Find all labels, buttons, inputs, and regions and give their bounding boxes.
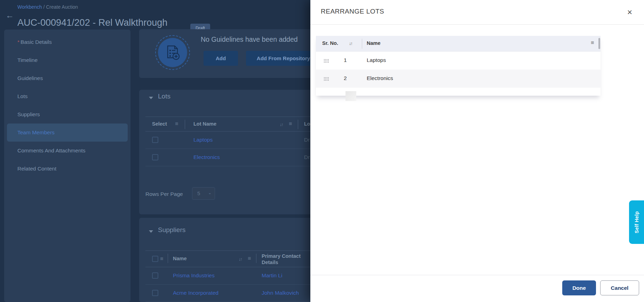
page-title: AUC-000941/202 - Rel Walkthrough: [17, 17, 167, 28]
supplier-contact-link[interactable]: John Malkovich: [262, 290, 299, 296]
breadcrumb: Workbench / Create Auction: [17, 4, 78, 10]
row-sr-number: 1: [344, 57, 347, 63]
rows-per-page-value: 5: [197, 190, 200, 196]
column-divider: [298, 120, 298, 129]
rows-per-page-select[interactable]: 5 ⌄: [192, 187, 215, 200]
rows-per-page-label: Rows Per Page: [145, 191, 183, 197]
modal-title: REARRANGE LOTS: [321, 8, 384, 15]
lot-name-link[interactable]: Laptops: [193, 137, 213, 143]
sr-no-sort-icon[interactable]: ↓↑: [349, 41, 352, 46]
row-lot-name: Laptops: [367, 57, 386, 63]
cancel-button[interactable]: Cancel: [600, 280, 639, 295]
suppliers-section-title: Suppliers: [158, 226, 185, 234]
self-help-tab[interactable]: Self Help: [629, 200, 644, 244]
column-divider: [185, 120, 185, 129]
row-checkbox[interactable]: [152, 272, 158, 279]
close-icon[interactable]: ✕: [625, 7, 635, 17]
sidebar-item-related-content[interactable]: Related Content: [4, 160, 130, 178]
no-guidelines-message: No Guidelines have been added: [201, 35, 298, 43]
sidebar-item-team-members[interactable]: Team Members: [7, 124, 128, 142]
row-sr-number: 2: [344, 75, 347, 81]
rearrange-row[interactable]: 2 Electronics: [316, 70, 601, 88]
breadcrumb-current: Create Auction: [46, 4, 78, 10]
table-menu-icon[interactable]: ≡: [591, 40, 594, 46]
back-arrow-icon[interactable]: ←: [6, 10, 14, 20]
sidebar-item-basic-details[interactable]: *Basic Details: [4, 33, 130, 51]
col-sr-no: Sr. No.: [322, 40, 338, 46]
column-divider: [256, 254, 256, 263]
suppliers-collapse-chevron-icon[interactable]: [149, 230, 153, 233]
lots-section-title: Lots: [158, 93, 170, 100]
required-asterisk: *: [17, 39, 19, 45]
guidelines-empty-icon: [155, 35, 190, 70]
lot-status-partial: Dr: [304, 137, 310, 143]
modal-footer: Done Cancel: [310, 275, 644, 302]
suppliers-name-menu-icon[interactable]: ≡: [248, 255, 251, 262]
column-divider: [362, 39, 362, 49]
lots-col-name: Lot Name: [193, 121, 216, 127]
suppliers-col-name: Name: [173, 256, 187, 261]
rearrange-lots-modal: REARRANGE LOTS ✕ Sr. No. ↓↑ Name ≡ 1 Lap…: [310, 0, 644, 302]
rearrange-row[interactable]: 1 Laptops: [316, 51, 601, 70]
supplier-contact-link[interactable]: Martin Li: [262, 272, 282, 279]
self-help-label: Self Help: [634, 211, 639, 233]
row-checkbox[interactable]: [152, 137, 158, 143]
select-all-checkbox[interactable]: [152, 256, 158, 262]
suppliers-select-menu-icon[interactable]: ≡: [160, 256, 163, 262]
add-from-repository-button[interactable]: Add From Repository: [246, 51, 321, 66]
done-button[interactable]: Done: [562, 280, 596, 295]
drag-handle-icon[interactable]: [324, 59, 329, 63]
lots-select-menu-icon[interactable]: ≡: [175, 121, 178, 127]
vertical-scrollbar-thumb[interactable]: [598, 38, 600, 49]
row-lot-name: Electronics: [367, 75, 393, 81]
supplier-name-link[interactable]: Acme Incorporated: [173, 290, 218, 296]
drag-handle-icon[interactable]: [324, 77, 329, 81]
supplier-name-link[interactable]: Prisma Industries: [173, 272, 215, 279]
lot-name-link[interactable]: Electronics: [193, 154, 220, 160]
horizontal-scrollbar-thumb[interactable]: [345, 91, 356, 101]
chevron-down-icon: ⌄: [208, 190, 212, 195]
sidebar: *Basic Details Timeline Guidelines Lots …: [4, 30, 130, 302]
sidebar-item-lots[interactable]: Lots: [4, 87, 130, 105]
sidebar-item-timeline[interactable]: Timeline: [4, 51, 130, 69]
suppliers-name-sort-icon[interactable]: ↓↑: [239, 256, 242, 262]
suppliers-col-contact: Primary Contact Details: [262, 253, 314, 265]
lots-collapse-chevron-icon[interactable]: [149, 97, 153, 99]
document-add-icon: [165, 45, 180, 61]
modal-header-divider: [310, 24, 644, 25]
screen: ← Workbench / Create Auction AUC-000941/…: [0, 0, 644, 302]
rearrange-table-header: Sr. No. ↓↑ Name ≡: [316, 36, 601, 51]
row-checkbox[interactable]: [152, 154, 158, 160]
add-guideline-button[interactable]: Add: [204, 51, 238, 66]
col-name: Name: [367, 40, 381, 46]
sidebar-item-comments-attachments[interactable]: Comments And Attachments: [4, 142, 130, 160]
column-divider: [168, 254, 168, 263]
sidebar-item-suppliers[interactable]: Suppliers: [4, 105, 130, 124]
lots-col-select: Select: [152, 121, 167, 127]
row-checkbox[interactable]: [152, 290, 158, 296]
breadcrumb-workbench[interactable]: Workbench: [17, 4, 42, 10]
rearrange-lots-table: Sr. No. ↓↑ Name ≡ 1 Laptops 2 Electronic…: [316, 36, 601, 96]
lots-col-status-partial: Lo: [304, 121, 310, 127]
lot-status-partial: Dr: [304, 154, 310, 160]
lots-name-menu-icon[interactable]: ≡: [289, 121, 292, 127]
breadcrumb-separator: /: [43, 4, 45, 10]
sidebar-item-guidelines[interactable]: Guidelines: [4, 69, 130, 87]
lots-name-sort-icon[interactable]: ↓↑: [280, 122, 283, 127]
